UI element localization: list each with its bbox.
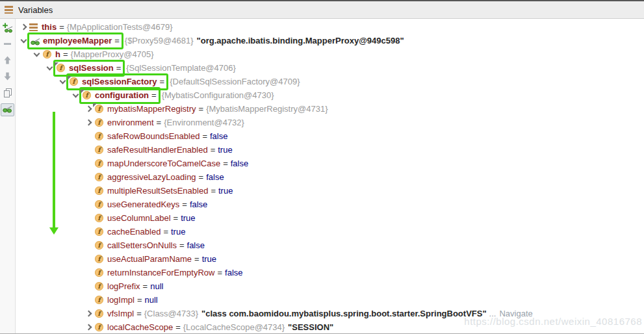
chevron-placeholder bbox=[83, 157, 94, 170]
field-icon bbox=[94, 117, 105, 128]
variable-row-mapUnderscoreToCamelCase[interactable]: mapUnderscoreToCamelCase=false bbox=[16, 157, 644, 170]
variable-row-h[interactable]: h={MapperProxy@4705} bbox=[16, 47, 644, 61]
show-watches-button[interactable] bbox=[1, 103, 14, 116]
value-keyword: true bbox=[202, 254, 216, 264]
value-reference: {MapperProxy@4705} bbox=[71, 49, 154, 59]
duplicate-button[interactable] bbox=[1, 87, 14, 100]
equals-sign: = bbox=[199, 172, 204, 182]
chevron-down-icon[interactable] bbox=[57, 75, 68, 88]
arrow-up-icon bbox=[3, 55, 12, 67]
value-keyword: false bbox=[187, 240, 205, 250]
variable-row-multipleResultSetsEnabled[interactable]: multipleResultSetsEnabled=true bbox=[16, 184, 644, 198]
variable-row-useActualParamName[interactable]: useActualParamName=true bbox=[16, 252, 644, 266]
variable-row-this[interactable]: this={MpApplicationTests@4679} bbox=[16, 20, 644, 34]
variable-row-mybatisMapperRegistry[interactable]: mybatisMapperRegistry={MybatisMapperRegi… bbox=[16, 102, 644, 116]
variable-row-useColumnLabel[interactable]: useColumnLabel=true bbox=[16, 211, 644, 225]
chevron-down-icon[interactable] bbox=[44, 61, 55, 75]
variable-name: multipleResultSetsEnabled bbox=[107, 186, 208, 196]
variable-row-safeResultHandlerEnabled[interactable]: safeResultHandlerEnabled=true bbox=[16, 143, 644, 157]
chevron-down-icon[interactable] bbox=[70, 88, 81, 102]
variable-row-useGeneratedKeys[interactable]: useGeneratedKeys=false bbox=[16, 198, 644, 211]
remove-minus-icon bbox=[3, 39, 12, 51]
variable-row-localCacheScope[interactable]: localCacheScope={LocalCacheScope@4734}"S… bbox=[16, 320, 644, 334]
chevron-placeholder bbox=[83, 293, 94, 307]
value-keyword: false bbox=[206, 172, 224, 182]
navigate-link[interactable]: Navigate bbox=[499, 309, 532, 318]
field-icon bbox=[94, 267, 105, 278]
value-string: "class com.baomidou.mybatisplus.spring.b… bbox=[201, 309, 487, 318]
variable-row-employeeMapper[interactable]: employeeMapper={$Proxy59@4681}"org.apach… bbox=[16, 34, 644, 47]
variable-name: configuration bbox=[95, 90, 149, 100]
field-icon bbox=[94, 199, 105, 210]
field-icon bbox=[94, 185, 105, 196]
panel-header: Variables bbox=[0, 1, 644, 19]
field-icon bbox=[56, 62, 67, 73]
variable-row-cacheEnabled[interactable]: cacheEnabled=true bbox=[16, 225, 644, 238]
value-reference: {$Proxy59@4681} bbox=[125, 36, 194, 45]
variable-name: aggressiveLazyLoading bbox=[107, 172, 196, 182]
field-icon bbox=[94, 131, 105, 142]
equals-sign: = bbox=[151, 90, 157, 100]
variable-row-returnInstanceForEmptyRow[interactable]: returnInstanceForEmptyRow=false bbox=[16, 266, 644, 279]
chevron-right-icon[interactable] bbox=[83, 307, 94, 320]
panel-body: this={MpApplicationTests@4679}employeeMa… bbox=[0, 19, 644, 334]
value-keyword: true bbox=[218, 186, 233, 196]
move-up-button[interactable] bbox=[1, 55, 14, 68]
field-icon bbox=[94, 103, 105, 114]
variable-row-callSettersOnNulls[interactable]: callSettersOnNulls=false bbox=[16, 238, 644, 252]
equals-sign: = bbox=[136, 309, 142, 318]
field-icon bbox=[94, 294, 105, 305]
variable-name: environment bbox=[107, 118, 154, 127]
variable-name: mapUnderscoreToCamelCase bbox=[107, 159, 220, 168]
value-reference: {MybatisConfiguration@4730} bbox=[162, 90, 274, 100]
field-icon bbox=[94, 253, 105, 264]
remove-button[interactable] bbox=[1, 38, 14, 51]
annotation-green-arrow bbox=[53, 112, 55, 227]
equals-sign: = bbox=[175, 322, 181, 332]
equals-sign: = bbox=[182, 199, 187, 209]
value-reference: {LocalCacheScope@4734} bbox=[183, 322, 285, 332]
field-icon bbox=[94, 226, 105, 237]
copy-icon bbox=[3, 88, 13, 100]
variable-row-logPrefix[interactable]: logPrefix=null bbox=[16, 279, 644, 293]
field-icon bbox=[82, 90, 93, 101]
value-keyword: false bbox=[190, 199, 207, 209]
variable-name: safeResultHandlerEnabled bbox=[107, 145, 208, 155]
chevron-placeholder bbox=[83, 238, 94, 252]
variable-row-logImpl[interactable]: logImpl=null bbox=[16, 293, 644, 307]
value-keyword: null bbox=[145, 295, 158, 305]
value-reference: {DefaultSqlSessionFactory@4709} bbox=[170, 77, 300, 86]
chevron-down-icon[interactable] bbox=[31, 47, 42, 61]
value-keyword: null bbox=[150, 281, 163, 291]
chevron-right-icon[interactable] bbox=[83, 116, 94, 129]
variables-debugger-panel: Variables this={MpApplicationTests@4679}… bbox=[0, 0, 644, 334]
equals-sign: = bbox=[160, 77, 165, 86]
field-icon bbox=[94, 240, 105, 251]
variable-row-environment[interactable]: environment={Environment@4732} bbox=[16, 116, 644, 129]
equals-sign: = bbox=[157, 118, 162, 127]
chevron-right-icon[interactable] bbox=[18, 20, 29, 34]
variable-row-aggressiveLazyLoading[interactable]: aggressiveLazyLoading=false bbox=[16, 170, 644, 184]
variable-name: sqlSession bbox=[69, 63, 114, 73]
variable-row-safeRowBoundsEnabled[interactable]: safeRowBoundsEnabled=false bbox=[16, 129, 644, 143]
variable-name: useActualParamName bbox=[107, 254, 192, 264]
value-reference: {Class@4733} bbox=[144, 309, 198, 318]
chevron-right-icon[interactable] bbox=[83, 320, 94, 334]
add-watch-button[interactable] bbox=[1, 22, 14, 35]
variable-name: localCacheScope bbox=[107, 322, 173, 332]
variable-name: logPrefix bbox=[107, 281, 140, 291]
variables-tree: this={MpApplicationTests@4679}employeeMa… bbox=[16, 19, 644, 334]
variable-row-configuration[interactable]: configuration={MybatisConfiguration@4730… bbox=[16, 88, 644, 102]
field-icon bbox=[94, 281, 105, 292]
variable-row-sqlSessionFactory[interactable]: sqlSessionFactory={DefaultSqlSessionFact… bbox=[16, 75, 644, 88]
value-reference: {MpApplicationTests@4679} bbox=[67, 22, 173, 32]
equals-sign: = bbox=[143, 281, 148, 291]
chevron-placeholder bbox=[83, 129, 94, 143]
chevron-down-icon[interactable] bbox=[18, 34, 29, 47]
variable-row-vfsImpl[interactable]: vfsImpl={Class@4733}"class com.baomidou.… bbox=[16, 307, 644, 320]
variable-row-sqlSession[interactable]: sqlSession={SqlSessionTemplate@4706} bbox=[16, 61, 644, 75]
equals-sign: = bbox=[114, 36, 120, 45]
chevron-placeholder bbox=[83, 198, 94, 211]
move-down-button[interactable] bbox=[1, 71, 14, 84]
equals-sign: = bbox=[202, 131, 207, 141]
